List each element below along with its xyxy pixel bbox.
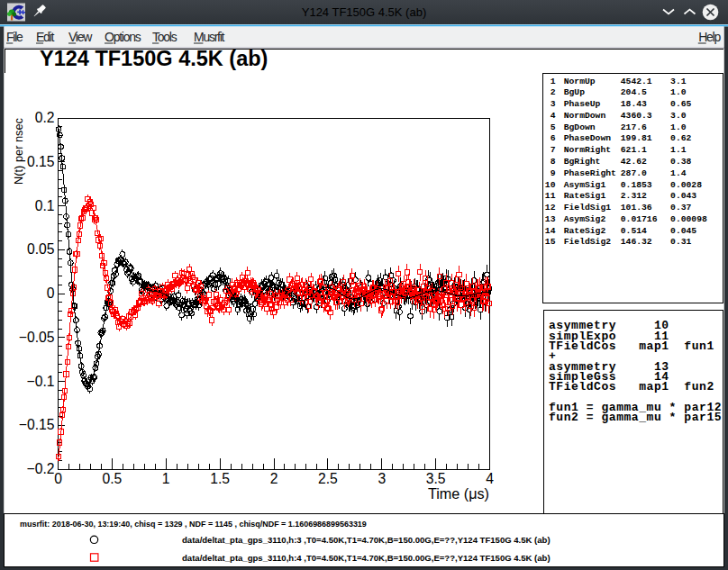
- svg-text:Time (μs): Time (μs): [428, 485, 489, 502]
- svg-text:data/deltat_pta_gps_3110,h:4 ,: data/deltat_pta_gps_3110,h:4 ,T0=4.50K,T…: [182, 553, 551, 563]
- svg-text:0.01716: 0.01716: [621, 214, 658, 224]
- svg-text:1.1: 1.1: [670, 145, 687, 155]
- svg-text:2: 2: [551, 87, 556, 97]
- svg-text:0.65: 0.65: [670, 99, 691, 109]
- svg-text:4: 4: [551, 111, 556, 121]
- svg-text:AsymSig2: AsymSig2: [564, 214, 606, 224]
- svg-text:12: 12: [545, 203, 556, 213]
- svg-text:199.81: 199.81: [621, 133, 652, 143]
- svg-text:TFieldCos map1 fun1: TFieldCos map1 fun1: [549, 339, 714, 353]
- svg-text:0: 0: [47, 285, 55, 301]
- svg-text:RateSig1: RateSig1: [564, 191, 606, 201]
- svg-text:6: 6: [551, 133, 556, 143]
- svg-text:Tools: Tools: [152, 30, 177, 44]
- svg-text:RateSig2: RateSig2: [564, 226, 606, 236]
- svg-text:NormRight: NormRight: [564, 145, 611, 155]
- svg-text:0.00098: 0.00098: [670, 214, 707, 224]
- svg-text:3: 3: [378, 471, 386, 486]
- svg-text:1: 1: [162, 471, 170, 486]
- svg-text:204.5: 204.5: [621, 87, 647, 97]
- svg-text:4: 4: [486, 471, 494, 486]
- svg-text:42.62: 42.62: [621, 157, 647, 167]
- svg-text:Y124 TF150G 4.5K (ab): Y124 TF150G 4.5K (ab): [40, 47, 268, 70]
- svg-text:PhaseUp: PhaseUp: [564, 99, 601, 109]
- svg-text:1.0: 1.0: [670, 122, 687, 132]
- svg-text:3.0: 3.0: [670, 111, 687, 121]
- svg-text:PhaseDown: PhaseDown: [564, 133, 612, 143]
- svg-text:AsymSig1: AsymSig1: [564, 180, 606, 190]
- svg-text:0.31: 0.31: [670, 237, 691, 247]
- svg-text:621.1: 621.1: [621, 145, 647, 155]
- svg-text:4542.1: 4542.1: [621, 77, 652, 86]
- svg-text:−0.05: −0.05: [19, 330, 55, 345]
- svg-text:1: 1: [551, 77, 556, 86]
- svg-text:0.514: 0.514: [621, 226, 647, 236]
- svg-text:0.2: 0.2: [35, 110, 55, 125]
- svg-text:0.1853: 0.1853: [621, 180, 652, 190]
- svg-text:BgDown: BgDown: [564, 122, 596, 132]
- svg-text:4360.3: 4360.3: [621, 111, 652, 121]
- svg-text:2: 2: [270, 471, 278, 486]
- svg-text:9: 9: [551, 168, 556, 178]
- svg-text:7: 7: [551, 145, 556, 155]
- svg-text:0.5: 0.5: [102, 471, 122, 486]
- svg-text:FieldSig2: FieldSig2: [564, 237, 612, 247]
- svg-text:data/deltat_pta_gps_3110,h:3 ,: data/deltat_pta_gps_3110,h:3 ,T0=4.50K,T…: [182, 535, 551, 545]
- svg-text:2.5: 2.5: [318, 471, 338, 486]
- svg-text:View: View: [68, 30, 93, 44]
- svg-text:217.6: 217.6: [621, 122, 647, 132]
- svg-text:−0.1: −0.1: [27, 374, 55, 389]
- svg-text:BgUp: BgUp: [564, 87, 585, 97]
- svg-text:Options: Options: [105, 30, 141, 44]
- svg-text:musrfit: 2018-06-30, 13:19:40,: musrfit: 2018-06-30, 13:19:40, chisq = 1…: [20, 520, 367, 529]
- svg-text:0.62: 0.62: [670, 133, 691, 143]
- svg-text:0.37: 0.37: [670, 203, 691, 213]
- svg-text:2.312: 2.312: [621, 191, 647, 201]
- svg-text:14: 14: [545, 226, 556, 236]
- svg-text:1.0: 1.0: [670, 87, 687, 97]
- svg-text:146.32: 146.32: [621, 237, 652, 247]
- svg-text:0.1: 0.1: [35, 198, 55, 213]
- svg-text:3: 3: [551, 99, 556, 109]
- svg-text:Musrfit: Musrfit: [194, 30, 225, 44]
- svg-text:0.15: 0.15: [27, 154, 55, 169]
- svg-text:FieldSig1: FieldSig1: [564, 203, 612, 213]
- svg-text:Y124 TF150G 4.5K (ab): Y124 TF150G 4.5K (ab): [302, 5, 427, 19]
- svg-text:0.38: 0.38: [670, 157, 691, 167]
- svg-text:Edit: Edit: [36, 30, 54, 44]
- svg-text:0.045: 0.045: [670, 226, 696, 236]
- svg-text:−0.2: −0.2: [27, 461, 55, 476]
- svg-text:11: 11: [545, 191, 556, 201]
- svg-text:PhaseRight: PhaseRight: [564, 168, 616, 178]
- svg-text:0.0028: 0.0028: [670, 180, 702, 190]
- svg-text:1.4: 1.4: [670, 168, 687, 178]
- svg-text:287.0: 287.0: [621, 168, 647, 178]
- svg-text:10: 10: [545, 180, 556, 190]
- svg-text:8: 8: [551, 157, 556, 167]
- svg-text:15: 15: [545, 237, 556, 247]
- svg-text:Help: Help: [698, 30, 721, 44]
- svg-text:TFieldCos map1 fun2: TFieldCos map1 fun2: [549, 380, 714, 394]
- svg-text:0.05: 0.05: [27, 241, 55, 257]
- svg-text:NormDown: NormDown: [564, 111, 606, 121]
- svg-text:5: 5: [551, 122, 556, 132]
- svg-text:3.1: 3.1: [670, 77, 687, 86]
- svg-text:3.5: 3.5: [426, 471, 446, 486]
- svg-text:−0.15: −0.15: [19, 417, 55, 432]
- svg-text:18.43: 18.43: [621, 99, 647, 109]
- svg-text:fun2 = gamma_mu * par15: fun2 = gamma_mu * par15: [549, 411, 722, 424]
- svg-text:13: 13: [545, 214, 556, 224]
- svg-text:101.36: 101.36: [621, 203, 652, 213]
- svg-text:BgRight: BgRight: [564, 157, 601, 167]
- svg-text:N(t) per nsec: N(t) per nsec: [12, 117, 25, 185]
- svg-text:0: 0: [54, 471, 62, 486]
- svg-text:File: File: [6, 30, 23, 44]
- svg-text:1.5: 1.5: [210, 471, 230, 486]
- svg-text:NormUp: NormUp: [564, 77, 596, 86]
- svg-text:0.043: 0.043: [670, 191, 696, 201]
